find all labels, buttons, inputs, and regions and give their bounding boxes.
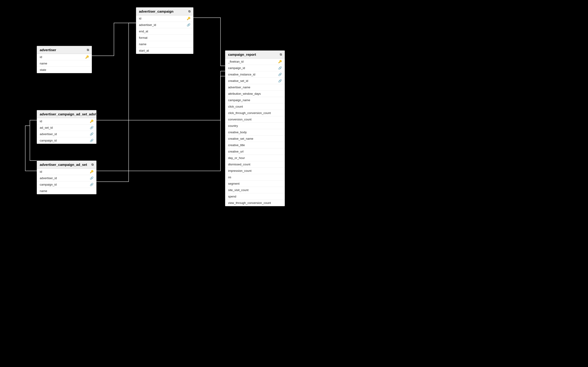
field-name-cr-creative-body: creative_body <box>228 131 247 134</box>
field-row-cr-spend: spend <box>225 193 285 200</box>
field-row-advertiser-id: advertiser_id 🔗 <box>136 22 193 28</box>
field-row-adset-advertiser-id: advertiser_id 🔗 <box>37 175 96 181</box>
line-bracket-left <box>30 120 37 161</box>
external-link-icon-ad-set[interactable]: ⧉ <box>91 163 94 167</box>
field-name-cr-creative-set-id: creative_set_id <box>228 79 248 83</box>
field-row-ads-ad-set-id: ad_set_id 🔗 <box>37 125 96 131</box>
table-header-ad-set-ads[interactable]: advertiser_campaign_ad_set_ads ⧉ <box>37 110 96 118</box>
field-name-ads-advertiser-id: advertiser_id <box>40 132 57 136</box>
field-name-cr-click-count: click_count <box>228 105 243 108</box>
primary-key-icon-cr: 🔑 <box>278 60 282 63</box>
field-row-adset-campaign-id: campaign_id 🔗 <box>37 181 96 188</box>
field-row-cr-attribution-window-days: attribution_window_days <box>225 91 285 97</box>
table-header-campaign-report[interactable]: campaign_report ⧉ <box>225 51 285 58</box>
field-row-cr-fivetran-id: _fivetran_id 🔑 <box>225 58 285 65</box>
field-name-id: id <box>139 17 141 20</box>
field-row-cr-impression-count: impression_count <box>225 168 285 174</box>
primary-key-icon-adset-id: 🔑 <box>90 170 94 173</box>
line-adset-to-report <box>94 76 225 171</box>
field-row-cr-site-visit-count: site_visit_count <box>225 187 285 193</box>
field-row-format: format <box>136 35 193 41</box>
field-row-adv-name: name <box>37 60 92 67</box>
field-row-cr-creative-instance-id: creative_instance_id 🔗 <box>225 71 285 78</box>
field-row-cr-conversion-count: conversion_count <box>225 116 285 123</box>
field-name-cr-creative-instance-id: creative_instance_id <box>228 73 255 76</box>
table-header-advertiser-campaign[interactable]: advertiser_campaign ⧉ <box>136 8 193 15</box>
field-name-adv-name: name <box>40 62 47 65</box>
field-name-adv-id: id <box>40 55 42 59</box>
foreign-key-icon-ads-advertiser-id: 🔗 <box>90 132 94 136</box>
field-row-adv-id: id 🔑 <box>37 54 92 60</box>
foreign-key-icon-advertiser-id: 🔗 <box>187 23 190 27</box>
field-name-cr-os: os <box>228 175 231 179</box>
field-row-ads-id: id 🔑 <box>37 118 96 125</box>
table-advertiser: advertiser ⧉ id 🔑 name state <box>37 46 92 73</box>
field-name-cr-spend: spend <box>228 195 236 198</box>
table-title-advertiser: advertiser <box>40 48 56 52</box>
field-name-advertiser-id: advertiser_id <box>139 23 156 27</box>
external-link-icon-campaign-report[interactable]: ⧉ <box>280 53 282 56</box>
field-row-adv-state: state <box>37 67 92 73</box>
field-name-adset-advertiser-id: advertiser_id <box>40 176 57 180</box>
table-title-ad-set-ads: advertiser_campaign_ad_set_ads <box>40 112 95 116</box>
field-row-ads-campaign-id: campaign_id 🔗 <box>37 137 96 144</box>
table-header-ad-set[interactable]: advertiser_campaign_ad_set ⧉ <box>37 161 96 169</box>
field-name-name: name <box>139 42 147 46</box>
table-ad-set-ads: advertiser_campaign_ad_set_ads ⧉ id 🔑 ad… <box>37 110 96 144</box>
line-ads-to-report <box>94 71 225 120</box>
table-title-ad-set: advertiser_campaign_ad_set <box>40 163 87 167</box>
field-name-cr-view-through-conversion-count: view_through_conversion_count <box>228 201 271 205</box>
external-link-icon-campaign[interactable]: ⧉ <box>188 10 190 13</box>
field-name-cr-creative-set-name: creative_set_name <box>228 137 253 140</box>
table-advertiser-campaign: advertiser_campaign ⧉ id 🔑 advertiser_id… <box>136 7 193 54</box>
field-name-ads-id: id <box>40 119 42 123</box>
foreign-key-icon-cr-creative-set-id: 🔗 <box>278 79 282 83</box>
line-ads-adset <box>25 126 37 171</box>
table-campaign-report: campaign_report ⧉ _fivetran_id 🔑 campaig… <box>225 50 285 206</box>
field-name-cr-day-or-hour: day_or_hour <box>228 156 245 160</box>
field-row-cr-creative-title: creative_title <box>225 142 285 148</box>
field-row-cr-campaign-name: campaign_name <box>225 97 285 103</box>
primary-key-icon-ads-id: 🔑 <box>90 119 94 123</box>
field-row-end-at: end_at <box>136 28 193 35</box>
field-name-cr-impression-count: impression_count <box>228 169 251 173</box>
field-row-cr-creative-url: creative_url <box>225 148 285 155</box>
field-name-cr-dismissed-count: dismissed_count <box>228 163 250 166</box>
field-row-cr-country: country <box>225 123 285 129</box>
field-row-cr-creative-set-id: creative_set_id 🔗 <box>225 78 285 84</box>
field-name-cr-campaign-id: campaign_id <box>228 66 245 70</box>
field-name-cr-segment: segment <box>228 182 240 185</box>
field-name-adset-id: id <box>40 170 42 173</box>
field-name-cr-advertiser-name: advertiser_name <box>228 85 250 89</box>
field-row-cr-segment: segment <box>225 181 285 187</box>
field-name-cr-campaign-name: campaign_name <box>228 98 250 102</box>
field-row-id: id 🔑 <box>136 15 193 22</box>
field-row-cr-click-through-conversion-count: click_through_conversion_count <box>225 110 285 116</box>
field-row-cr-day-or-hour: day_or_hour <box>225 155 285 161</box>
field-name-cr-attribution-window-days: attribution_window_days <box>228 92 261 95</box>
field-row-start-at: start_at <box>136 48 193 54</box>
table-ad-set: advertiser_campaign_ad_set ⧉ id 🔑 advert… <box>37 161 96 194</box>
foreign-key-icon-ads-ad-set-id: 🔗 <box>90 126 94 129</box>
line-campaign-to-report-id <box>193 18 225 66</box>
field-name-cr-click-through-conversion-count: click_through_conversion_count <box>228 111 271 115</box>
field-name-cr-creative-title: creative_title <box>228 143 245 147</box>
external-link-icon-advertiser[interactable]: ⧉ <box>87 48 89 52</box>
table-title-campaign-report: campaign_report <box>228 52 256 56</box>
field-row-cr-click-count: click_count <box>225 103 285 110</box>
table-title-advertiser-campaign: advertiser_campaign <box>139 9 173 13</box>
field-row-cr-dismissed-count: dismissed_count <box>225 161 285 168</box>
field-row-adset-name: name <box>37 188 96 194</box>
line-advertiser-to-campaign <box>92 23 136 56</box>
field-row-cr-campaign-id: campaign_id 🔗 <box>225 65 285 71</box>
foreign-key-icon-adset-campaign-id: 🔗 <box>90 183 94 186</box>
field-row-cr-view-through-conversion-count: view_through_conversion_count <box>225 200 285 206</box>
field-row-cr-os: os <box>225 174 285 181</box>
field-name-cr-creative-url: creative_url <box>228 150 243 153</box>
foreign-key-icon-cr-campaign-id: 🔗 <box>278 66 282 70</box>
field-row-cr-advertiser-name: advertiser_name <box>225 84 285 91</box>
table-header-advertiser[interactable]: advertiser ⧉ <box>37 46 92 54</box>
external-link-icon-ad-set-ads[interactable]: ⧉ <box>95 112 97 116</box>
field-row-name: name <box>136 41 193 48</box>
field-name-cr-fivetran-id: _fivetran_id <box>228 60 243 63</box>
